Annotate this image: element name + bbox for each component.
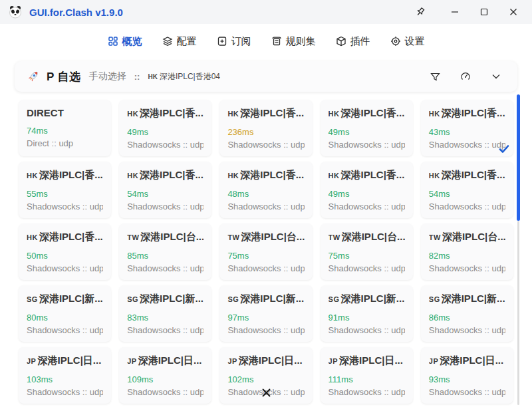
proxy-name: SG深港IPLC|新... [27, 293, 103, 305]
proxy-card[interactable]: TW深港IPLC|台... 85ms Shadowsocks :: udp [119, 223, 211, 280]
latency-test-icon[interactable] [460, 71, 471, 82]
proxy-latency: 55ms [27, 189, 103, 199]
proxy-protocol: Shadowsocks :: udp [429, 140, 505, 150]
proxy-latency: 49ms [127, 127, 203, 137]
proxy-name: TW深港IPLC|台... [329, 231, 405, 243]
close-icon[interactable] [499, 0, 528, 24]
country-code: HK [148, 73, 157, 80]
proxy-protocol: Shadowsocks :: udp [429, 325, 505, 335]
proxy-protocol: Shadowsocks :: udp [227, 140, 304, 150]
proxy-card[interactable]: HK深港IPLC|香... 236ms Shadowsocks :: udp [219, 100, 312, 156]
proxy-protocol: Shadowsocks :: udp [127, 140, 203, 150]
proxy-latency: 74ms [27, 126, 103, 136]
proxy-card[interactable]: DIRECT 74ms Direct :: udp [19, 100, 111, 156]
proxy-latency: 103ms [27, 374, 103, 384]
proxy-protocol: Shadowsocks :: udp [27, 263, 103, 273]
country-code: JP [27, 357, 36, 365]
filter-icon[interactable] [430, 72, 440, 82]
settings-gear-icon [390, 36, 401, 47]
country-code: SG [329, 295, 340, 303]
proxy-card[interactable]: SG深港IPLC|新... 86ms Shadowsocks :: udp [421, 285, 513, 342]
proxy-card[interactable]: SG深港IPLC|新... 91ms Shadowsocks :: udp [321, 285, 413, 342]
country-code: HK [429, 172, 440, 180]
rulesets-icon [271, 36, 282, 47]
proxy-card[interactable]: HK深港IPLC|香... 49ms Shadowsocks :: udp [321, 100, 413, 156]
proxy-card[interactable]: HK深港IPLC|香... 50ms Shadowsocks :: udp [19, 223, 111, 280]
proxy-card[interactable]: HK深港IPLC|香... 54ms Shadowsocks :: udp [119, 162, 211, 218]
tab-settings[interactable]: 设置 [390, 35, 425, 48]
collapse-icon[interactable] [491, 71, 501, 82]
proxy-protocol: Shadowsocks :: udp [329, 140, 405, 150]
country-code: SG [227, 295, 239, 303]
proxy-card[interactable]: HK深港IPLC|香... 48ms Shadowsocks :: udp [219, 162, 312, 218]
proxy-latency: 83ms [127, 313, 203, 323]
tab-profiles[interactable]: 配置 [162, 35, 197, 48]
subscription-bookmark-icon [217, 36, 227, 47]
proxy-protocol: Shadowsocks :: udp [227, 325, 304, 335]
proxy-protocol: Shadowsocks :: udp [127, 202, 203, 211]
tab-subscriptions[interactable]: 订阅 [217, 35, 251, 48]
proxy-card[interactable]: HK深港IPLC|香... 49ms Shadowsocks :: udp [321, 162, 413, 218]
proxy-card[interactable]: HK深港IPLC|香... 54ms Shadowsocks :: udp [421, 162, 513, 218]
selected-check-icon [499, 144, 509, 154]
overview-grid-icon [108, 36, 118, 47]
tab-overview[interactable]: 概览 [108, 35, 142, 48]
proxy-card[interactable]: TW深港IPLC|台... 75ms Shadowsocks :: udp [219, 223, 312, 280]
proxy-name: JP深港IPLC|日... [127, 354, 203, 367]
proxy-card[interactable]: SG深港IPLC|新... 80ms Shadowsocks :: udp [19, 285, 111, 342]
scrollbar-thumb[interactable] [517, 94, 520, 221]
profiles-layers-icon [162, 36, 173, 47]
plugins-box-icon [336, 36, 346, 47]
proxy-latency: 75ms [227, 251, 304, 261]
proxy-card[interactable]: SG深港IPLC|新... 83ms Shadowsocks :: udp [119, 285, 211, 342]
panda-icon [8, 5, 23, 19]
proxy-protocol: Shadowsocks :: udp [429, 387, 505, 397]
proxy-latency: 109ms [127, 374, 203, 384]
proxy-name: HK深港IPLC|香... [127, 107, 203, 120]
proxy-card[interactable]: JP深港IPLC|日... 111ms Shadowsocks :: udp [321, 347, 413, 404]
proxy-latency: 93ms [429, 374, 505, 384]
country-code: HK [227, 172, 239, 180]
float-close-icon[interactable] [257, 383, 275, 402]
scrollbar-track[interactable] [517, 93, 520, 405]
proxy-card[interactable]: HK深港IPLC|香... 49ms Shadowsocks :: udp [119, 100, 211, 156]
titlebar: GUI.for.Clash v1.9.0 [0, 0, 532, 24]
proxy-protocol: Shadowsocks :: udp [127, 263, 203, 273]
tab-plugins[interactable]: 插件 [336, 35, 370, 48]
proxy-card[interactable]: TW深港IPLC|台... 82ms Shadowsocks :: udp [421, 223, 513, 280]
proxy-name: HK深港IPLC|香... [227, 107, 304, 120]
proxy-card[interactable]: SG深港IPLC|新... 97ms Shadowsocks :: udp [219, 285, 312, 342]
pin-icon[interactable] [406, 0, 435, 24]
proxy-card[interactable]: JP深港IPLC|日... 109ms Shadowsocks :: udp [119, 347, 211, 404]
proxy-protocol: Shadowsocks :: udp [329, 325, 405, 335]
country-code: SG [27, 295, 38, 303]
proxy-group-header: P 自选 手动选择 :: HK深港IPLC|香港04 [15, 61, 517, 92]
proxy-card[interactable]: TW深港IPLC|台... 75ms Shadowsocks :: udp [321, 223, 413, 280]
proxy-card[interactable]: JP深港IPLC|日... 103ms Shadowsocks :: udp [19, 347, 111, 404]
minimize-icon[interactable] [440, 0, 469, 24]
proxy-protocol: Direct :: udp [27, 138, 103, 148]
proxy-latency: 43ms [429, 127, 505, 137]
proxy-name: HK深港IPLC|香... [429, 169, 505, 182]
proxy-protocol: Shadowsocks :: udp [329, 387, 405, 397]
proxy-latency: 49ms [329, 127, 405, 137]
maximize-icon[interactable] [469, 0, 499, 24]
tab-label: 插件 [350, 35, 370, 48]
proxy-name: JP深港IPLC|日... [27, 354, 103, 367]
proxy-protocol: Shadowsocks :: udp [329, 263, 405, 273]
proxy-name: SG深港IPLC|新... [127, 293, 203, 305]
proxy-latency: 236ms [227, 127, 304, 137]
proxy-card[interactable]: HK深港IPLC|香... 55ms Shadowsocks :: udp [19, 162, 111, 218]
proxy-card[interactable]: HK深港IPLC|香... 43ms Shadowsocks :: udp [421, 100, 513, 156]
proxy-protocol: Shadowsocks :: udp [227, 202, 304, 211]
tab-label: 订阅 [231, 35, 251, 48]
proxy-name: SG深港IPLC|新... [329, 293, 405, 305]
proxy-latency: 54ms [127, 189, 203, 199]
proxy-protocol: Shadowsocks :: udp [27, 387, 103, 397]
proxy-name: HK深港IPLC|香... [429, 107, 505, 120]
proxy-name: HK深港IPLC|香... [227, 169, 304, 182]
proxy-card[interactable]: JP深港IPLC|日... 93ms Shadowsocks :: udp [421, 347, 513, 404]
proxy-latency: 86ms [429, 313, 505, 323]
tab-rulesets[interactable]: 规则集 [271, 35, 316, 48]
proxy-name: TW深港IPLC|台... [127, 231, 203, 243]
